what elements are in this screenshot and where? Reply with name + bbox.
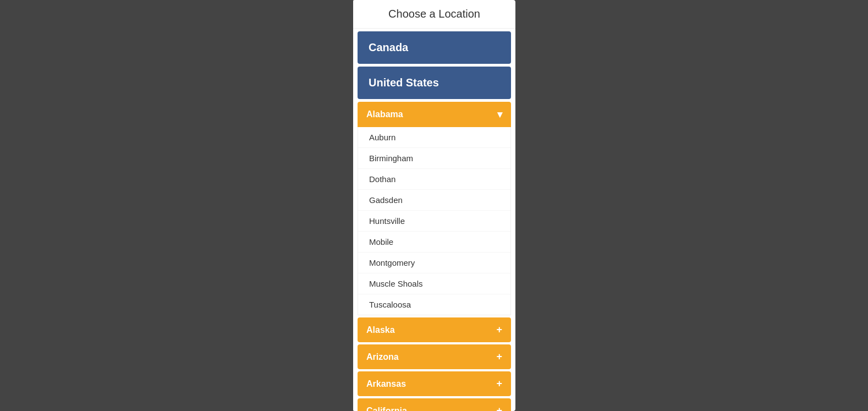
state-section-alabama: Alabama ▾ Auburn Birmingham Dothan Gadsd… xyxy=(358,102,511,315)
city-mobile[interactable]: Mobile xyxy=(358,232,510,253)
us-label: United States xyxy=(369,76,439,89)
city-montgomery[interactable]: Montgomery xyxy=(358,253,510,273)
city-tuscaloosa[interactable]: Tuscaloosa xyxy=(358,294,510,315)
city-muscle-shoals[interactable]: Muscle Shoals xyxy=(358,273,510,294)
state-header-alabama[interactable]: Alabama ▾ xyxy=(358,102,511,127)
state-label-california: California xyxy=(366,406,407,412)
state-header-alaska[interactable]: Alaska + xyxy=(358,317,511,342)
arizona-toggle-icon: + xyxy=(496,351,502,363)
city-gadsden[interactable]: Gadsden xyxy=(358,190,510,211)
modal-overlay: Choose a Location Canada United States A… xyxy=(0,0,868,411)
city-auburn[interactable]: Auburn xyxy=(358,127,510,148)
city-dothan[interactable]: Dothan xyxy=(358,169,510,190)
state-section-arkansas: Arkansas + xyxy=(358,371,511,396)
state-header-california[interactable]: California + xyxy=(358,398,511,411)
city-birmingham[interactable]: Birmingham xyxy=(358,148,510,169)
state-section-california: California + xyxy=(358,398,511,411)
canada-label: Canada xyxy=(369,41,408,54)
alaska-toggle-icon: + xyxy=(496,324,502,336)
alabama-cities: Auburn Birmingham Dothan Gadsden Huntsvi… xyxy=(358,127,511,315)
state-label-alabama: Alabama xyxy=(366,109,403,119)
state-label-arizona: Arizona xyxy=(366,352,399,362)
state-label-alaska: Alaska xyxy=(366,325,395,335)
state-header-arizona[interactable]: Arizona + xyxy=(358,344,511,369)
alabama-toggle-icon: ▾ xyxy=(497,108,502,120)
state-section-arizona: Arizona + xyxy=(358,344,511,369)
state-label-arkansas: Arkansas xyxy=(366,379,406,389)
state-header-arkansas[interactable]: Arkansas + xyxy=(358,371,511,396)
modal-title: Choose a Location xyxy=(353,0,515,29)
canada-button[interactable]: Canada xyxy=(358,31,511,64)
state-section-alaska: Alaska + xyxy=(358,317,511,342)
location-modal: Choose a Location Canada United States A… xyxy=(353,0,515,411)
city-huntsville[interactable]: Huntsville xyxy=(358,211,510,232)
arkansas-toggle-icon: + xyxy=(496,378,502,390)
california-toggle-icon: + xyxy=(496,405,502,411)
united-states-button[interactable]: United States xyxy=(358,67,511,99)
